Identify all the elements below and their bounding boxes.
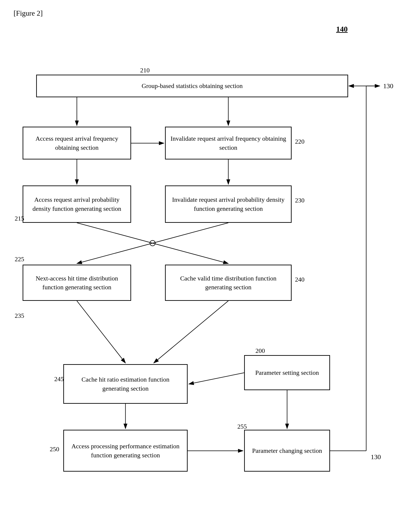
ref-245: 245 xyxy=(54,375,64,383)
box-cache-hit: Cache hit ratio estimation function gene… xyxy=(63,364,188,404)
box-param-setting: Parameter setting section xyxy=(244,355,330,390)
ref-250: 250 xyxy=(50,446,59,453)
ref-230: 230 xyxy=(295,197,305,204)
box-access-perf: Access processing performance estimation… xyxy=(63,430,188,472)
svg-text:130: 130 xyxy=(371,453,381,460)
box-cache-valid: Cache valid time distribution function g… xyxy=(165,265,292,301)
box-access-pdf: Access request arrival probability densi… xyxy=(22,185,131,223)
svg-line-14 xyxy=(189,373,244,384)
svg-line-10 xyxy=(77,301,126,363)
ref-200: 200 xyxy=(255,347,265,354)
ref-225: 225 xyxy=(15,256,24,263)
ref-220: 220 xyxy=(295,138,305,145)
svg-line-8 xyxy=(77,223,228,263)
box-invalidate-freq: Invalidate request arrival frequency obt… xyxy=(165,127,292,160)
box-next-access: Next-access hit time distribution functi… xyxy=(22,265,131,301)
box-invalidate-pdf: Invalidate request arrival probability d… xyxy=(165,185,292,223)
ref-255: 255 xyxy=(237,423,247,430)
box-access-freq: Access request arrival frequency obtaini… xyxy=(22,127,131,160)
svg-line-7 xyxy=(77,223,228,263)
svg-line-11 xyxy=(154,301,228,363)
ref-210: 210 xyxy=(140,67,150,74)
box-param-changing: Parameter changing section xyxy=(244,430,330,472)
figure-label: [Figure 2] xyxy=(14,9,43,17)
main-ref-label: 140 xyxy=(336,25,348,33)
box-group-stats: Group-based statistics obtaining section xyxy=(36,75,348,97)
svg-text:130: 130 xyxy=(383,82,393,90)
ref-240: 240 xyxy=(295,276,305,283)
svg-point-9 xyxy=(150,240,155,246)
ref-235: 235 xyxy=(15,312,24,319)
ref-215: 215 xyxy=(15,215,24,222)
